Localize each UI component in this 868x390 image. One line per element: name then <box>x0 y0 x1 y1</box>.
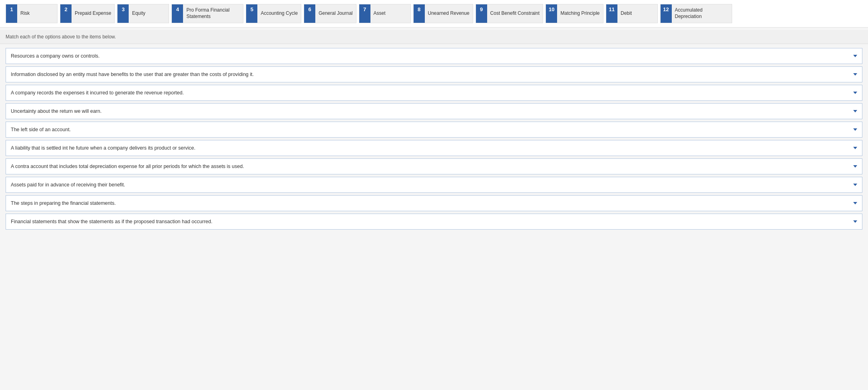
term-label-7: Asset <box>370 4 389 23</box>
term-number-2: 2 <box>60 4 72 23</box>
chevron-down-icon <box>853 110 857 112</box>
term-label-6: General Journal <box>315 4 356 23</box>
instructions-bar: Match each of the options above to the i… <box>0 30 868 44</box>
match-row: Information disclosed by an entity must … <box>6 66 862 82</box>
match-text-1: Resources a company owns or controls. <box>11 53 849 59</box>
match-row: Assets paid for in advance of receiving … <box>6 177 862 193</box>
match-text-7: A contra account that includes total dep… <box>11 164 849 169</box>
match-text-9: The steps in preparing the financial sta… <box>11 200 849 206</box>
term-label-11: Debit <box>617 4 635 23</box>
chevron-down-icon <box>853 55 857 57</box>
term-card-3[interactable]: 3Equity <box>117 4 169 23</box>
match-row: A company records the expenses it incurr… <box>6 85 862 101</box>
term-card-4[interactable]: 4Pro Forma Financial Statements <box>171 4 243 23</box>
match-text-10: Financial statements that show the state… <box>11 219 849 224</box>
term-number-5: 5 <box>246 4 257 23</box>
term-label-10: Matching Principle <box>557 4 603 23</box>
match-list: Resources a company owns or controls.Inf… <box>0 44 868 234</box>
match-dropdown-6[interactable] <box>853 147 857 149</box>
match-dropdown-2[interactable] <box>853 73 857 76</box>
match-text-5: The left side of an account. <box>11 127 849 132</box>
terms-grid: 1Risk2Prepaid Expense3Equity4Pro Forma F… <box>0 0 868 28</box>
term-card-11[interactable]: 11Debit <box>606 4 658 23</box>
term-number-10: 10 <box>546 4 557 23</box>
term-card-7[interactable]: 7Asset <box>359 4 411 23</box>
term-card-12[interactable]: 12Accumulated Depreciation <box>660 4 732 23</box>
term-label-5: Accounting Cycle <box>257 4 301 23</box>
match-dropdown-3[interactable] <box>853 92 857 94</box>
term-card-5[interactable]: 5Accounting Cycle <box>246 4 301 23</box>
term-label-8: Unearned Revenue <box>425 4 473 23</box>
match-dropdown-1[interactable] <box>853 55 857 57</box>
term-label-1: Risk <box>17 4 33 23</box>
term-number-6: 6 <box>304 4 315 23</box>
match-dropdown-4[interactable] <box>853 110 857 112</box>
term-number-7: 7 <box>359 4 370 23</box>
term-number-8: 8 <box>414 4 425 23</box>
term-card-9[interactable]: 9Cost Benefit Constraint <box>476 4 543 23</box>
chevron-down-icon <box>853 92 857 94</box>
match-dropdown-8[interactable] <box>853 184 857 186</box>
match-row: The steps in preparing the financial sta… <box>6 195 862 211</box>
term-number-4: 4 <box>172 4 183 23</box>
match-dropdown-9[interactable] <box>853 202 857 204</box>
match-row: Resources a company owns or controls. <box>6 48 862 64</box>
term-number-1: 1 <box>6 4 17 23</box>
match-row: A contra account that includes total dep… <box>6 158 862 174</box>
match-row: Uncertainty about the return we will ear… <box>6 103 862 119</box>
chevron-down-icon <box>853 202 857 204</box>
term-number-12: 12 <box>661 4 672 23</box>
term-number-3: 3 <box>117 4 129 23</box>
term-label-12: Accumulated Depreciation <box>672 4 732 23</box>
match-text-8: Assets paid for in advance of receiving … <box>11 182 849 188</box>
term-number-11: 11 <box>606 4 617 23</box>
term-number-9: 9 <box>476 4 487 23</box>
match-text-2: Information disclosed by an entity must … <box>11 72 849 77</box>
instructions-text: Match each of the options above to the i… <box>6 34 116 40</box>
match-text-6: A liability that is settled int he futur… <box>11 145 849 151</box>
chevron-down-icon <box>853 128 857 131</box>
chevron-down-icon <box>853 184 857 186</box>
term-label-3: Equity <box>129 4 148 23</box>
chevron-down-icon <box>853 220 857 223</box>
match-row: A liability that is settled int he futur… <box>6 140 862 156</box>
match-row: Financial statements that show the state… <box>6 214 862 230</box>
match-dropdown-10[interactable] <box>853 220 857 223</box>
match-row: The left side of an account. <box>6 122 862 138</box>
term-label-2: Prepaid Expense <box>72 4 114 23</box>
chevron-down-icon <box>853 147 857 149</box>
term-card-1[interactable]: 1Risk <box>6 4 58 23</box>
match-dropdown-7[interactable] <box>853 165 857 168</box>
match-text-3: A company records the expenses it incurr… <box>11 90 849 96</box>
term-card-8[interactable]: 8Unearned Revenue <box>413 4 473 23</box>
match-dropdown-5[interactable] <box>853 128 857 131</box>
chevron-down-icon <box>853 73 857 76</box>
term-label-4: Pro Forma Financial Statements <box>183 4 243 23</box>
term-card-10[interactable]: 10Matching Principle <box>545 4 603 23</box>
term-label-9: Cost Benefit Constraint <box>487 4 543 23</box>
term-card-2[interactable]: 2Prepaid Expense <box>60 4 115 23</box>
match-text-4: Uncertainty about the return we will ear… <box>11 108 849 114</box>
chevron-down-icon <box>853 165 857 168</box>
term-card-6[interactable]: 6General Journal <box>304 4 356 23</box>
